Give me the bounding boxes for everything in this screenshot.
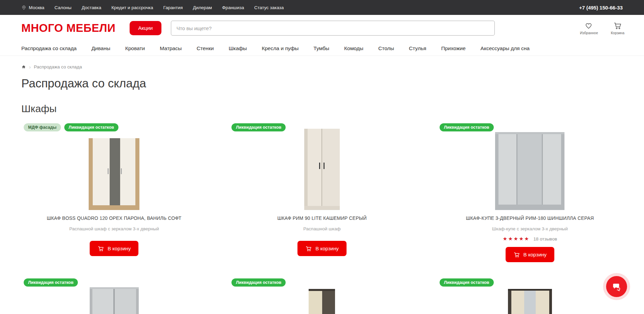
nav-item-sale[interactable]: Распродажа со склада bbox=[21, 45, 76, 51]
product-card[interactable]: Ликвидация остатков bbox=[10, 278, 218, 314]
cart-button[interactable]: Корзина bbox=[611, 22, 624, 35]
product-title[interactable]: ШКАФ BOSS QUADRO 120 ОРЕХ ПАРОНА, ВАНИЛЬ… bbox=[47, 215, 181, 221]
topbar-link-dealers[interactable]: Дилерам bbox=[193, 5, 212, 10]
breadcrumb-separator: › bbox=[29, 64, 31, 70]
product-image-wardrobe bbox=[90, 287, 139, 314]
product-subtitle: Шкаф-купе с зеркалом 3-х дверный bbox=[492, 226, 568, 231]
nav-item-sleep-accessories[interactable]: Аксессуары для сна bbox=[481, 45, 530, 51]
product-card[interactable]: Ликвидация остатков bbox=[426, 278, 634, 314]
topbar-link-warranty[interactable]: Гарантия bbox=[163, 5, 183, 10]
favorites-label: Избранное bbox=[580, 31, 598, 35]
product-image-area[interactable]: МДФ фасады Ликвидация остатков bbox=[10, 123, 218, 210]
product-image-area[interactable]: Ликвидация остатков bbox=[426, 123, 634, 210]
product-image-wardrobe bbox=[304, 129, 340, 210]
product-card[interactable]: Ликвидация остатков bbox=[218, 278, 426, 314]
favorites-button[interactable]: Избранное bbox=[580, 22, 598, 35]
section-title: Шкафы bbox=[21, 103, 623, 114]
topbar-link-city: Москва bbox=[29, 5, 44, 10]
product-image-area[interactable]: Ликвидация остатков bbox=[10, 278, 218, 314]
cart-icon bbox=[613, 22, 622, 30]
product-image-wardrobe bbox=[495, 132, 564, 210]
topbar-link-franchise[interactable]: Франшиза bbox=[222, 5, 244, 10]
product-subtitle: Распашной шкаф bbox=[303, 226, 340, 231]
badge-liquidation: Ликвидация остатков bbox=[231, 278, 286, 287]
home-icon[interactable] bbox=[21, 65, 26, 69]
nav-item-dressers[interactable]: Комоды bbox=[344, 45, 363, 51]
breadcrumb-current: Распродажа со склада bbox=[34, 64, 82, 69]
page-title: Распродажа со склада bbox=[21, 77, 623, 90]
cart-icon bbox=[97, 246, 104, 252]
city-selector[interactable]: Москва bbox=[21, 5, 44, 11]
badge-mdf: МДФ фасады bbox=[24, 123, 61, 131]
product-image-area[interactable]: Ликвидация остатков bbox=[218, 278, 426, 314]
nav-item-sofas[interactable]: Диваны bbox=[91, 45, 110, 51]
product-card[interactable]: Ликвидация остатков ШКАФ РИМ 90 LITE КАШ… bbox=[218, 123, 426, 262]
breadcrumb: › Распродажа со склада bbox=[21, 64, 623, 70]
phone-number[interactable]: +7 (495) 150-66-33 bbox=[579, 5, 623, 11]
product-image-wardrobe bbox=[309, 289, 335, 314]
product-image-wardrobe bbox=[89, 138, 139, 210]
product-card[interactable]: МДФ фасады Ликвидация остатков ШКАФ BOSS… bbox=[10, 123, 218, 262]
product-title[interactable]: ШКАФ РИМ 90 LITE КАШЕМИР СЕРЫЙ bbox=[277, 215, 367, 221]
add-to-cart-button[interactable]: В корзину bbox=[297, 241, 346, 256]
cart-icon bbox=[513, 252, 520, 258]
nav-item-cabinets[interactable]: Тумбы bbox=[313, 45, 329, 51]
main-nav: Распродажа со склада Диваны Кровати Матр… bbox=[0, 41, 644, 56]
nav-item-chairs[interactable]: Стулья bbox=[409, 45, 426, 51]
add-to-cart-button[interactable]: В корзину bbox=[90, 241, 138, 256]
topbar-link-salons[interactable]: Салоны bbox=[54, 5, 71, 10]
add-to-cart-button[interactable]: В корзину bbox=[506, 247, 554, 262]
search-input[interactable] bbox=[171, 21, 495, 36]
badge-liquidation: Ликвидация остатков bbox=[440, 278, 494, 287]
product-image-area[interactable]: Ликвидация остатков bbox=[218, 123, 426, 210]
product-image-area[interactable]: Ликвидация остатков bbox=[426, 278, 634, 314]
product-card[interactable]: Ликвидация остатков ШКАФ-КУПЕ 3-ДВЕРНЫЙ … bbox=[426, 123, 634, 262]
nav-item-beds[interactable]: Кровати bbox=[125, 45, 145, 51]
topbar-link-delivery[interactable]: Доставка bbox=[82, 5, 101, 10]
product-rating[interactable]: ★★★★★ 18 отзывов bbox=[503, 236, 557, 242]
badge-liquidation: Ликвидация остатков bbox=[24, 278, 78, 287]
location-pin-icon bbox=[21, 5, 26, 11]
cart-icon bbox=[305, 246, 312, 252]
reviews-count[interactable]: 18 отзывов bbox=[533, 236, 557, 242]
nav-item-armchairs[interactable]: Кресла и пуфы bbox=[262, 45, 298, 51]
badge-liquidation: Ликвидация остатков bbox=[440, 123, 494, 131]
badge-liquidation: Ликвидация остатков bbox=[231, 123, 286, 131]
chat-bubbles-icon bbox=[612, 281, 622, 292]
heart-icon bbox=[584, 22, 593, 30]
nav-item-tables[interactable]: Столы bbox=[378, 45, 394, 51]
product-image-wardrobe bbox=[508, 289, 552, 314]
star-rating-icons: ★★★★★ bbox=[503, 236, 530, 242]
chat-widget-button[interactable] bbox=[606, 276, 627, 297]
product-grid: МДФ фасады Ликвидация остатков ШКАФ BOSS… bbox=[0, 123, 644, 314]
header: МНОГО МЕБЕЛИ Акции Избранное Корзина bbox=[0, 15, 644, 41]
store-logo[interactable]: МНОГО МЕБЕЛИ bbox=[21, 22, 115, 35]
nav-item-wall-units[interactable]: Стенки bbox=[197, 45, 214, 51]
nav-item-wardrobes[interactable]: Шкафы bbox=[229, 45, 247, 51]
promotions-button[interactable]: Акции bbox=[130, 21, 161, 35]
topbar: Москва Салоны Доставка Кредит и рассрочк… bbox=[0, 0, 644, 15]
topbar-link-credit[interactable]: Кредит и рассрочка bbox=[111, 5, 153, 10]
nav-item-hallways[interactable]: Прихожие bbox=[441, 45, 466, 51]
cart-label: Корзина bbox=[611, 31, 624, 35]
product-subtitle: Распашной шкаф с зеркалом 3-х дверный bbox=[69, 226, 159, 231]
badge-liquidation: Ликвидация остатков bbox=[64, 123, 118, 131]
product-title[interactable]: ШКАФ-КУПЕ 3-ДВЕРНЫЙ РИМ-180 ШИНШИЛЛА СЕР… bbox=[466, 215, 594, 221]
nav-item-mattresses[interactable]: Матрасы bbox=[160, 45, 182, 51]
topbar-link-order-status[interactable]: Статус заказа bbox=[254, 5, 284, 10]
